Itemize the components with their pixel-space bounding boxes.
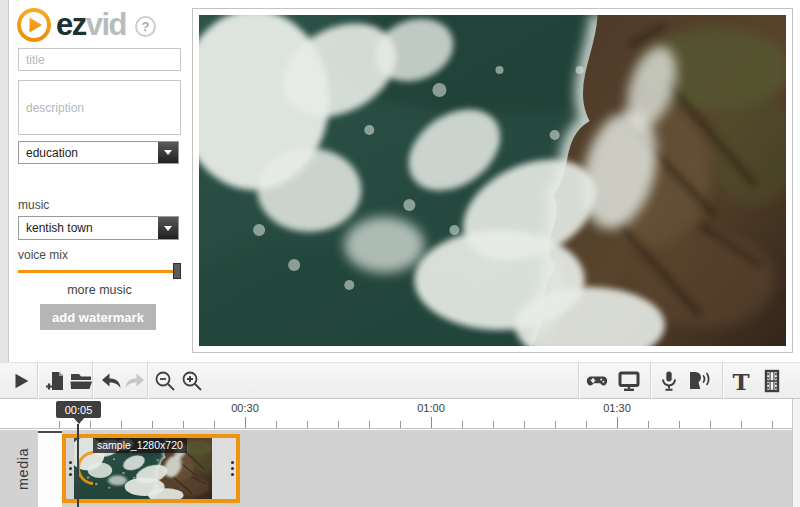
- ruler-tick: [617, 417, 618, 428]
- ruler-tick: [121, 421, 122, 428]
- toolbar-separator: [37, 363, 38, 399]
- play-icon: [10, 370, 32, 392]
- description-input[interactable]: [18, 80, 181, 135]
- ruler-tick: [741, 421, 742, 428]
- left-edge-strip: [0, 0, 9, 362]
- ruler-tick: [431, 417, 432, 428]
- voice-mix-label: voice mix: [18, 248, 68, 262]
- zoom-out-icon: [153, 369, 177, 393]
- clip-filename: sample_1280x720: [93, 438, 187, 453]
- ruler-tick: [152, 421, 153, 428]
- play-button[interactable]: [6, 366, 36, 396]
- add-text-button[interactable]: T: [726, 366, 756, 396]
- voice-mix-handle[interactable]: [173, 263, 181, 279]
- redo-icon: [122, 369, 148, 393]
- video-preview: [199, 15, 786, 346]
- preview-panel: [192, 8, 793, 353]
- timeline-scrollbar[interactable]: [792, 399, 800, 507]
- text-tool-icon: T: [732, 370, 749, 393]
- ruler-tick: [710, 421, 711, 428]
- zoom-in-button[interactable]: [177, 366, 207, 396]
- add-file-icon: [43, 369, 67, 393]
- ruler-label: 01:30: [603, 402, 631, 414]
- music-dropdown-value: kentish town: [19, 217, 158, 239]
- speech-synthesis-button[interactable]: [684, 366, 714, 396]
- playhead-time-badge[interactable]: 00:05: [56, 401, 101, 418]
- app-logo: ezvid ?: [16, 6, 156, 44]
- speaking-head-icon: [685, 369, 713, 393]
- zoom-in-icon: [180, 369, 204, 393]
- media-track-label: media: [8, 435, 38, 503]
- sidebar: ezvid ? education music kentish town voi…: [10, 0, 192, 362]
- ruler-tick: [276, 421, 277, 428]
- ruler-tick: [245, 417, 246, 428]
- more-music-link[interactable]: more music: [18, 283, 181, 297]
- ruler-tick: [648, 421, 649, 428]
- toolbar: T: [0, 362, 800, 399]
- category-dropdown[interactable]: education: [18, 141, 179, 164]
- zoom-out-button[interactable]: [150, 366, 180, 396]
- ruler-tick: [90, 421, 91, 428]
- ruler-tick: [586, 421, 587, 428]
- help-icon[interactable]: ?: [135, 16, 156, 37]
- timeline-clip[interactable]: sample_1280x720: [62, 434, 240, 503]
- ruler-tick: [679, 421, 680, 428]
- clip-trim-left-handle[interactable]: [66, 438, 74, 499]
- screen-capture-button[interactable]: [614, 366, 644, 396]
- ruler-tick: [400, 421, 401, 428]
- toolbar-separator: [578, 363, 579, 399]
- ruler-tick: [772, 421, 773, 428]
- voice-mix-track: [18, 270, 181, 273]
- record-voice-button[interactable]: [654, 366, 684, 396]
- ruler-label: 01:00: [417, 402, 445, 414]
- title-input[interactable]: [18, 48, 181, 71]
- ocean-video-frame: [199, 15, 786, 346]
- toolbar-separator: [650, 363, 651, 399]
- drag-dots-icon: [69, 467, 72, 470]
- gamepad-icon: [584, 369, 610, 393]
- ruler-tick: [183, 421, 184, 428]
- play-logo-icon: [16, 7, 52, 43]
- ruler-tick: [214, 421, 215, 428]
- ruler-tick: [555, 421, 556, 428]
- track-top-line: [38, 431, 62, 433]
- filmstrip-icon: [760, 368, 784, 394]
- music-dropdown[interactable]: kentish town: [18, 216, 179, 240]
- toolbar-separator: [92, 363, 93, 399]
- game-capture-button[interactable]: [582, 366, 612, 396]
- ruler-tick: [307, 421, 308, 428]
- microphone-icon: [657, 369, 681, 393]
- redo-button[interactable]: [120, 366, 150, 396]
- folder-icon: [69, 369, 93, 393]
- music-label: music: [18, 198, 49, 212]
- timeline-ruler[interactable]: 00:3001:0001:30: [0, 399, 792, 429]
- ruler-tick: [369, 421, 370, 428]
- ruler-tick: [493, 421, 494, 428]
- chevron-down-icon[interactable]: [158, 217, 178, 239]
- toolbar-separator: [147, 363, 148, 399]
- drag-dots-icon: [231, 467, 234, 470]
- category-dropdown-value: education: [19, 142, 158, 163]
- timeline-prezero-area: [38, 430, 62, 507]
- add-filmstrip-button[interactable]: [757, 366, 787, 396]
- ruler-tick: [338, 421, 339, 428]
- ruler-tick: [524, 421, 525, 428]
- ruler-tick: [59, 421, 60, 428]
- app-title: ezvid: [56, 7, 126, 43]
- add-watermark-button[interactable]: add watermark: [40, 304, 156, 330]
- ruler-tick: [462, 421, 463, 428]
- ruler-label: 00:30: [231, 402, 259, 414]
- chevron-down-icon[interactable]: [158, 142, 178, 163]
- voice-mix-slider[interactable]: [18, 263, 181, 279]
- toolbar-separator: [722, 363, 723, 399]
- clip-trim-right-handle[interactable]: [228, 438, 236, 499]
- monitor-icon: [616, 369, 642, 393]
- playhead-line[interactable]: [77, 424, 79, 507]
